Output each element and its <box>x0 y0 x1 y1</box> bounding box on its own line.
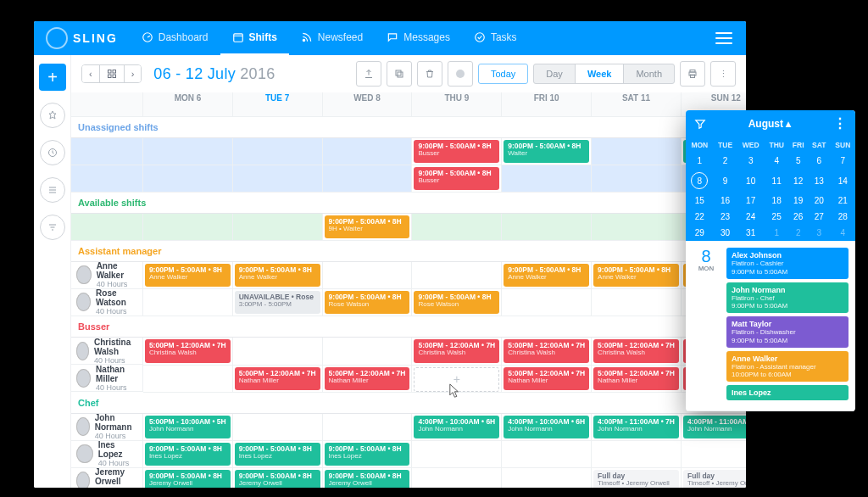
cal-day[interactable]: 31 <box>737 225 764 241</box>
shift-rose-thu[interactable]: 9:00PM - 5:00AM • 8HRose Watson <box>414 291 499 314</box>
cal-day[interactable]: 20 <box>808 193 831 209</box>
event-card[interactable]: Anne WalkerFlatiron - Assistant manager1… <box>726 351 849 383</box>
row-anne[interactable]: Anne Walker40 Hours <box>71 262 143 289</box>
add-button[interactable]: + <box>39 64 66 91</box>
row-christina[interactable]: Christina Walsh40 Hours <box>71 338 143 365</box>
col-tue[interactable]: TUE 7 <box>232 92 322 116</box>
add-shift-cell[interactable]: + <box>414 367 499 392</box>
seg-week[interactable]: Week <box>575 64 624 83</box>
rail-filter-icon[interactable] <box>40 215 65 240</box>
shift-jer-sat[interactable]: Full dayTimeoff • Jeremy Orwell <box>593 470 679 488</box>
next-button[interactable]: › <box>124 65 142 82</box>
rail-clock-icon[interactable] <box>40 140 65 165</box>
nav-shifts[interactable]: Shifts <box>220 21 289 55</box>
row-jeremy[interactable]: Jeremy Orwell40 Hours <box>71 468 143 489</box>
shift-chr-mon[interactable]: 5:00PM - 12:00AM • 7HChristina Walsh <box>145 339 231 363</box>
cal-day[interactable]: 9 <box>714 169 737 193</box>
event-card[interactable]: John NormannFlatiron - Chef9:00PM to 5:0… <box>726 282 849 314</box>
shift-chr-fri[interactable]: 5:00PM - 12:00AM • 7HChristina Walsh <box>504 339 589 363</box>
cal-day[interactable]: 2 <box>788 225 807 241</box>
event-card[interactable]: Alex JohnsonFlatiron - Cashier9:00PM to … <box>726 248 849 279</box>
cal-day[interactable]: 10 <box>737 169 764 193</box>
cal-day[interactable]: 4 <box>831 225 855 241</box>
nav-tasks[interactable]: Tasks <box>462 21 529 55</box>
shift-jer-mon[interactable]: 9:00PM - 5:00AM • 8HJeremy Orwell <box>145 470 231 488</box>
shift-nat-sat[interactable]: 5:00PM - 12:00AM • 7HNathan Miller <box>593 367 679 390</box>
cal-day[interactable]: 22 <box>686 209 714 225</box>
cal-day[interactable]: 19 <box>788 193 807 209</box>
cal-day[interactable]: 12 <box>788 169 807 193</box>
row-john[interactable]: John Normann40 Hours <box>71 414 143 441</box>
col-fri[interactable]: FRI 10 <box>502 92 592 116</box>
col-wed[interactable]: WED 8 <box>322 92 412 116</box>
shift-ines-tue[interactable]: 9:00PM - 5:00AM • 8HInes Lopez <box>235 443 320 466</box>
cal-day[interactable]: 11 <box>765 169 789 193</box>
cal-day[interactable]: 28 <box>831 209 855 225</box>
shift-unassigned-busser[interactable]: 9:00PM - 5:00AM • 8HBusser <box>414 140 499 163</box>
print-button[interactable] <box>680 61 705 87</box>
cal-day[interactable]: 23 <box>714 209 737 225</box>
cal-day[interactable]: 3 <box>737 153 764 169</box>
shift-anne-mon[interactable]: 9:00PM - 5:00AM • 8HAnne Walker <box>145 264 231 288</box>
shift-john-mon[interactable]: 5:00PM - 10:00AM • 5HJohn Normann <box>145 416 231 439</box>
shift-john-fri[interactable]: 4:00PM - 10:00AM • 6HJohn Normann <box>504 416 589 439</box>
cal-day[interactable]: 8 <box>686 169 714 193</box>
shift-chr-sat[interactable]: 5:00PM - 12:00AM • 7HChristina Walsh <box>593 339 679 363</box>
trash-button[interactable] <box>417 61 442 87</box>
cal-day[interactable]: 16 <box>714 193 737 209</box>
section-assistant[interactable]: Assistant manager <box>71 240 746 261</box>
cal-day[interactable]: 1 <box>765 225 789 241</box>
cal-day[interactable]: 17 <box>737 193 764 209</box>
seg-month[interactable]: Month <box>623 64 674 83</box>
shift-available[interactable]: 9:00PM - 5:00AM • 8H9H • Waiter <box>325 215 410 238</box>
section-unassigned[interactable]: Unassigned shifts <box>71 116 746 137</box>
cal-day[interactable]: 15 <box>686 193 714 209</box>
cal-day[interactable]: 26 <box>788 209 807 225</box>
section-available[interactable]: Available shifts <box>71 192 746 213</box>
cal-day[interactable]: 14 <box>831 169 855 193</box>
shift-john-sun[interactable]: 4:00PM - 11:00AM • 7HJohn Normann <box>683 416 746 439</box>
shift-jer-sun[interactable]: Full dayTimeoff • Jeremy Orwell <box>683 470 746 488</box>
shift-jer-wed[interactable]: 9:00PM - 5:00AM • 8HJeremy Orwell <box>325 470 410 488</box>
shift-unassigned-busser-2[interactable]: 9:00PM - 5:00AM • 8HBusser <box>414 167 499 190</box>
col-sat[interactable]: SAT 11 <box>592 92 682 116</box>
cal-day[interactable]: 25 <box>765 209 789 225</box>
seg-day[interactable]: Day <box>534 64 575 83</box>
today-button[interactable]: Today <box>478 64 528 84</box>
prev-button[interactable]: ‹ <box>82 65 99 82</box>
copy-button[interactable] <box>387 61 412 87</box>
shift-jer-tue[interactable]: 9:00PM - 5:00AM • 8HJeremy Orwell <box>235 470 320 488</box>
nav-messages[interactable]: Messages <box>375 21 462 55</box>
cal-day[interactable]: 21 <box>831 193 855 209</box>
event-card[interactable]: Matt TaylorFlatiron - Dishwasher9:00PM t… <box>726 316 849 348</box>
grid-view-button[interactable] <box>99 65 124 82</box>
menu-button[interactable] <box>715 32 732 44</box>
nav-dashboard[interactable]: Dashboard <box>130 21 220 55</box>
shift-chr-thu[interactable]: 5:00PM - 12:00AM • 7HChristina Walsh <box>414 339 499 363</box>
row-ines[interactable]: Ines Lopez40 Hours <box>71 441 143 468</box>
cal-day[interactable]: 27 <box>808 209 831 225</box>
col-thu[interactable]: THU 9 <box>412 92 502 116</box>
filter-icon[interactable] <box>694 118 706 130</box>
shift-nat-wed[interactable]: 5:00PM - 12:00AM • 7HNathan Miller <box>325 367 410 390</box>
shift-ines-wed[interactable]: 9:00PM - 5:00AM • 8HInes Lopez <box>325 443 410 466</box>
shift-ines-mon[interactable]: 9:00PM - 5:00AM • 8HInes Lopez <box>145 443 231 466</box>
date-range[interactable]: 06 - 12 July 2016 <box>153 65 275 83</box>
record-button[interactable] <box>448 61 473 87</box>
cal-day[interactable]: 2 <box>714 153 737 169</box>
shift-rose-unavail[interactable]: UNAVAILABLE • Rose3:00PM - 5:00PM <box>235 291 320 314</box>
shift-anne-fri[interactable]: 9:00PM - 5:00AM • 8HAnne Walker <box>504 264 589 288</box>
cal-day[interactable]: 7 <box>831 153 855 169</box>
more-button[interactable]: ⋮ <box>710 61 736 87</box>
cal-day[interactable]: 24 <box>737 209 764 225</box>
shift-anne-tue[interactable]: 9:00PM - 5:00AM • 8HAnne Walker <box>235 264 320 288</box>
event-card[interactable]: Ines Lopez <box>726 385 849 400</box>
shift-anne-sat[interactable]: 9:00PM - 5:00AM • 8HAnne Walker <box>593 264 679 288</box>
nav-newsfeed[interactable]: Newsfeed <box>289 21 375 55</box>
row-rose[interactable]: Rose Watson40 Hours <box>71 289 143 316</box>
cal-day[interactable]: 3 <box>808 225 831 241</box>
shift-unassigned-waiter[interactable]: 9:00PM - 5:00AM • 8HWaiter <box>504 140 589 163</box>
cal-day[interactable]: 13 <box>808 169 831 193</box>
cal-day[interactable]: 6 <box>808 153 831 169</box>
cal-day[interactable]: 29 <box>686 225 714 241</box>
